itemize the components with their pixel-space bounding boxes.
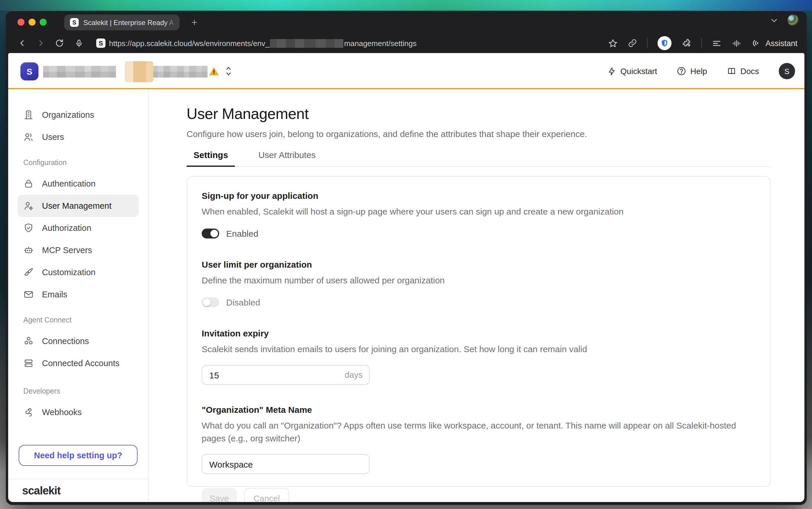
- page-subtitle: Configure how users join, belong to orga…: [186, 128, 804, 140]
- environment-name-redacted: [125, 61, 153, 82]
- quickstart-button[interactable]: Quickstart: [608, 66, 657, 76]
- window-zoom-button[interactable]: [40, 19, 47, 26]
- main-content: User Management Configure how users join…: [149, 89, 804, 502]
- invitation-expiry-input[interactable]: [202, 365, 369, 385]
- sidebar-item-authentication[interactable]: Authentication: [17, 173, 139, 195]
- sidebar-item-emails[interactable]: Emails: [17, 283, 139, 306]
- sidebar-item-organizations[interactable]: Organizations: [17, 104, 139, 126]
- sidebar-section-configuration: Configuration: [23, 158, 133, 168]
- plus-icon: [190, 19, 198, 26]
- voice-search-button[interactable]: [73, 33, 84, 53]
- scalekit-wordmark: scalekit: [22, 484, 60, 497]
- reader-mode-icon[interactable]: [712, 38, 722, 48]
- app-header: S Quickstart Help: [8, 53, 804, 89]
- help-button[interactable]: Help: [677, 66, 707, 76]
- signup-toggle[interactable]: [202, 229, 219, 238]
- sidebar-item-mcp-servers[interactable]: MCP Servers: [17, 239, 139, 261]
- users-icon: [23, 132, 34, 142]
- new-tab-button[interactable]: [188, 16, 201, 29]
- browser-window: S Scalekit | Enterprise Ready A: [6, 10, 807, 505]
- tab-title: Scalekit | Enterprise Ready A: [83, 19, 174, 27]
- org-meta-name-description: What do you call an "Organization"? Apps…: [202, 419, 750, 445]
- webhook-icon: [23, 407, 34, 417]
- sidebar-item-label: Authentication: [42, 179, 96, 188]
- tab-settings[interactable]: Settings: [186, 150, 235, 166]
- window-close-button[interactable]: [17, 19, 25, 26]
- toggle-knob: [203, 299, 210, 306]
- bookmark-star-icon[interactable]: [608, 38, 618, 48]
- sidebar-item-authorization[interactable]: Authorization: [17, 217, 139, 239]
- sidebar-item-users[interactable]: Users: [17, 126, 139, 148]
- user-avatar[interactable]: S: [779, 63, 795, 79]
- browser-tab[interactable]: S Scalekit | Enterprise Ready A: [64, 14, 180, 30]
- sidebar-item-customization[interactable]: Customization: [17, 261, 139, 283]
- sidebar-item-label: Connections: [42, 336, 89, 346]
- envelope-icon: [23, 289, 34, 300]
- help-circle-icon: [677, 66, 686, 76]
- warning-triangle-icon: [209, 66, 219, 76]
- paintbrush-icon: [23, 267, 34, 277]
- assistant-button[interactable]: Assistant: [751, 38, 798, 48]
- workspace-name-redacted: [43, 66, 116, 77]
- sidebar-item-user-management[interactable]: User Management: [17, 195, 139, 217]
- tab-title-fade: [164, 14, 180, 30]
- page-content: S Quickstart Help: [8, 53, 804, 502]
- stacked-rows-icon: [23, 358, 34, 369]
- window-minimize-button[interactable]: [29, 19, 36, 26]
- sidebar-section-agent-connect: Agent Connect: [23, 315, 133, 325]
- shield-icon: [661, 39, 669, 47]
- sidebar-item-label: Emails: [42, 290, 67, 299]
- environment-warning: [209, 66, 219, 76]
- reload-button[interactable]: [54, 33, 65, 53]
- browser-profile-avatar[interactable]: [787, 14, 799, 26]
- url-prefix: https://app.scalekit.cloud/ws/environmen…: [109, 39, 270, 47]
- url-suffix: management/settings: [344, 39, 417, 47]
- scalekit-logo[interactable]: S: [21, 62, 38, 80]
- user-limit-toggle-label: Disabled: [226, 297, 260, 307]
- invitation-expiry-title: Invitation expiry: [202, 328, 755, 338]
- settings-card: Sign-up for your application When enable…: [186, 176, 771, 487]
- sidebar-footer: scalekit: [8, 479, 148, 502]
- invitation-expiry-description: Scalekit sends invitation emails to user…: [202, 343, 755, 355]
- chevron-up-down-icon: [225, 66, 232, 76]
- voice-waveform-icon[interactable]: [732, 38, 741, 48]
- tab-user-attributes[interactable]: User Attributes: [251, 150, 323, 166]
- book-icon: [727, 66, 736, 76]
- forward-button[interactable]: [36, 33, 45, 53]
- toolbar-divider: [647, 38, 648, 48]
- lock-icon: [23, 178, 34, 189]
- user-limit-toggle[interactable]: [202, 297, 219, 307]
- need-help-button[interactable]: Need help setting up?: [19, 445, 138, 466]
- tab-bar: Settings User Attributes: [186, 150, 771, 167]
- sidebar-item-label: MCP Servers: [42, 245, 92, 255]
- shield-check-icon: [23, 223, 34, 233]
- sidebar-item-connected-accounts[interactable]: Connected Accounts: [17, 352, 139, 374]
- back-button[interactable]: [17, 33, 27, 53]
- assistant-label: Assistant: [765, 39, 798, 47]
- signup-description: When enabled, Scalekit will host a sign-…: [202, 205, 755, 218]
- toggle-knob: [210, 230, 218, 237]
- sidebar-item-label: Connected Accounts: [42, 359, 119, 368]
- cubes-icon: [23, 336, 34, 346]
- copy-link-icon[interactable]: [628, 38, 637, 48]
- password-manager-extension-icon[interactable]: [658, 36, 672, 50]
- reload-icon: [55, 38, 64, 48]
- docs-button[interactable]: Docs: [727, 66, 759, 76]
- sidebar-item-connections[interactable]: Connections: [17, 330, 139, 352]
- address-url[interactable]: https://app.scalekit.cloud/ws/environmen…: [109, 33, 417, 53]
- help-label: Help: [691, 66, 707, 76]
- save-button[interactable]: Save: [202, 488, 237, 502]
- page-title: User Management: [186, 104, 804, 123]
- robot-icon: [23, 245, 34, 256]
- extensions-puzzle-icon[interactable]: [681, 38, 691, 48]
- sidebar-item-label: Organizations: [42, 110, 94, 120]
- sidebar-item-webhooks[interactable]: Webhooks: [17, 401, 139, 423]
- cancel-button[interactable]: Cancel: [244, 488, 289, 502]
- lightning-icon: [608, 67, 616, 75]
- org-meta-name-input[interactable]: [202, 454, 369, 474]
- tab-list-chevron-icon[interactable]: [770, 16, 778, 24]
- building-icon: [23, 110, 34, 120]
- environment-switcher[interactable]: [225, 66, 232, 76]
- sidebar-item-label: Customization: [42, 268, 96, 277]
- sidebar-item-label: Webhooks: [42, 408, 82, 417]
